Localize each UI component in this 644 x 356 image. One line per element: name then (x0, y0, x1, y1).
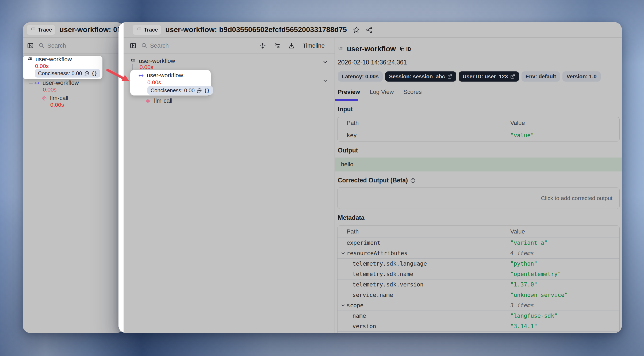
score-label: Conciseness: 0.00 (151, 87, 195, 94)
tree-icon (136, 27, 142, 33)
json-value: "1.37.0" (510, 281, 537, 288)
fold-vertical-icon[interactable] (259, 43, 266, 49)
span-name: user-workflow (36, 56, 72, 63)
span-name: llm-call (154, 97, 172, 104)
trace-timestamp: 2026-02-10 14:36:24.361 (338, 59, 622, 66)
span-duration: 0.00s (50, 102, 64, 108)
background-window-titlebar: Trace user-workflow: 0bde (23, 22, 124, 38)
download-icon[interactable] (288, 43, 295, 49)
json-path: resourceAttributes (347, 250, 408, 257)
settings-sliders-icon[interactable] (274, 43, 280, 49)
table-row: telemetry.sdk.version "1.37.0" (338, 279, 619, 290)
arrows-left-right-icon (138, 73, 144, 78)
chevron-down-icon[interactable] (340, 251, 346, 256)
info-icon[interactable] (410, 178, 416, 183)
table-header: Path Value (338, 226, 619, 238)
tree-node-leaf[interactable]: llm-call (41, 95, 68, 102)
version-badge: Version: 1.0 (562, 71, 600, 82)
table-row: telemetry.sdk.language "python" (338, 258, 619, 269)
tree-icon (30, 27, 36, 33)
json-path: experiment (347, 240, 380, 246)
latency-badge: Latency: 0.00s (338, 71, 383, 82)
table-row: service.name "unknown_service" (338, 290, 619, 300)
tree-node-root[interactable]: user-workflow (130, 58, 175, 64)
json-value: "langfuse-sdk" (510, 313, 558, 319)
window-titlebar: Trace user-workflow: b9d035506502efcfd56… (124, 22, 622, 38)
tab-preview[interactable]: Preview (338, 89, 360, 95)
tree-node-child[interactable]: user-workflow (34, 79, 79, 86)
score-badge[interactable]: Conciseness: 0.00 {} (147, 86, 213, 95)
tree-icon (130, 58, 136, 64)
table-row: resourceAttributes 4 items (338, 248, 619, 258)
search-icon (141, 43, 147, 49)
json-braces-icon: {} (204, 88, 210, 93)
external-link-icon (510, 74, 515, 79)
json-value: "python" (510, 261, 537, 267)
comment-icon (197, 88, 202, 93)
span-duration: 0.00s (147, 79, 161, 86)
search-icon (39, 43, 45, 49)
collapse-sidebar-button[interactable] (27, 42, 34, 49)
tree-icon (27, 57, 33, 62)
share-icon[interactable] (366, 26, 373, 33)
score-badge[interactable]: Conciseness: 0.00 {} (35, 69, 100, 78)
column-path: Path (347, 228, 359, 235)
tree-node-selected[interactable]: user-workflow (138, 72, 183, 79)
tree-node-root[interactable]: user-workflow (27, 56, 72, 63)
span-duration: 0.00s (140, 64, 153, 70)
table-row: telemetry.sdk.name "opentelemetry" (338, 269, 619, 279)
search-box (141, 42, 255, 49)
span-name: user-workflow (147, 72, 183, 79)
llm-flower-icon (145, 98, 151, 104)
tree-connector (37, 99, 41, 99)
chevron-down-icon[interactable] (322, 59, 328, 65)
column-path: Path (347, 120, 359, 127)
output-section-heading: Output (338, 147, 622, 154)
trace-badge-label: Trace (144, 27, 158, 33)
json-path: name (352, 313, 366, 319)
trace-badge: Trace (133, 25, 161, 35)
user-id-badge[interactable]: User ID: user_123 (459, 71, 519, 82)
span-duration: 0.00s (43, 86, 56, 93)
chevron-down-icon[interactable] (340, 303, 346, 308)
json-path: version (352, 323, 376, 330)
corrected-output-placeholder: Click to add corrected output (541, 195, 612, 201)
table-header: Path Value (338, 117, 619, 129)
search-input[interactable] (47, 42, 101, 49)
search-box (39, 42, 114, 49)
background-tree-toolbar (23, 38, 124, 54)
star-button[interactable] (353, 26, 360, 33)
tab-log-view[interactable]: Log View (370, 89, 394, 95)
llm-flower-icon (41, 95, 47, 101)
input-section-heading: Input (338, 106, 622, 113)
metadata-table: Path Value experiment "variant_a" resour… (337, 225, 620, 333)
chevron-down-icon[interactable] (322, 78, 328, 84)
json-path: scope (347, 302, 363, 309)
json-path: telemetry.sdk.language (352, 261, 427, 267)
id-label: ID (406, 46, 411, 52)
tree-connector (29, 83, 33, 84)
copy-id-button[interactable]: ID (399, 46, 411, 52)
span-name: user-workflow (139, 58, 175, 64)
json-value: "value" (510, 132, 534, 139)
json-value: "opentelemetry" (510, 271, 561, 277)
comment-icon (84, 71, 89, 76)
page-title: user-workflow (347, 45, 396, 53)
tree-node-leaf[interactable]: llm-call (145, 97, 172, 104)
corrected-output-box[interactable]: Click to add corrected output (337, 187, 620, 209)
table-row: scope 3 items (338, 300, 619, 311)
trace-badge: Trace (27, 25, 55, 35)
window-title: user-workflow: b9d035506502efcfd56520033… (165, 26, 347, 34)
external-link-icon (447, 74, 452, 79)
table-row: version "3.14.1" (338, 321, 619, 331)
metadata-section-heading: Metadata (338, 214, 622, 221)
json-path: service.name (352, 292, 393, 298)
table-row: attributes 1 items (338, 331, 619, 333)
trace-badge-label: Trace (38, 27, 52, 33)
search-input[interactable] (150, 42, 204, 49)
tab-scores[interactable]: Scores (403, 89, 421, 95)
timeline-button[interactable]: Timeline (303, 42, 325, 49)
session-badge[interactable]: Session: session_abc (385, 71, 456, 82)
collapse-sidebar-button[interactable] (130, 42, 136, 49)
span-name: llm-call (50, 95, 68, 102)
